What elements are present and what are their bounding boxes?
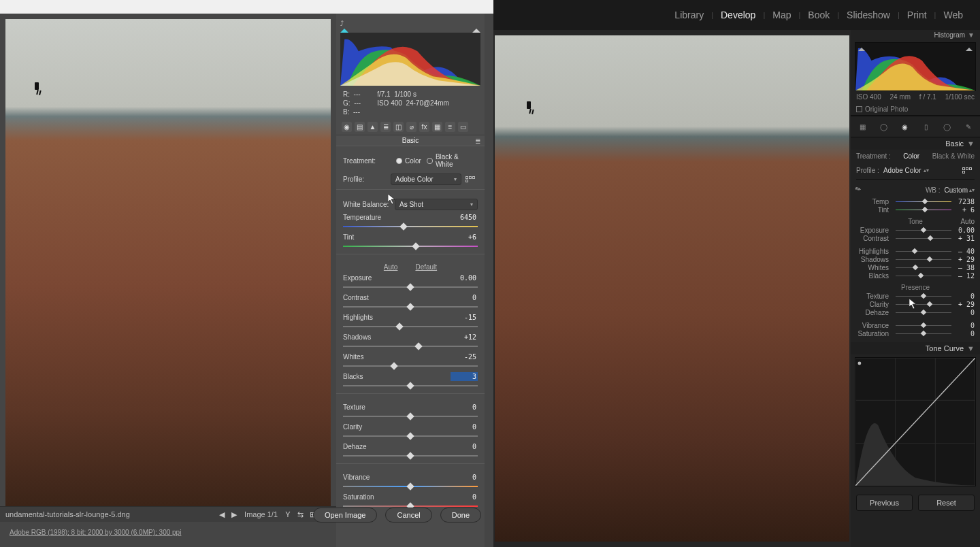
lr-tonecurve-header[interactable]: Tone Curve▼ xyxy=(851,342,980,354)
acr-before-after-icon[interactable]: Y xyxy=(283,510,293,519)
acr-exposure-slider[interactable] xyxy=(343,284,478,291)
acr-blacks-slider[interactable] xyxy=(343,382,478,389)
lr-whites-value[interactable]: – 38 xyxy=(954,264,975,271)
lr-highlight-clip-icon[interactable] xyxy=(966,44,973,51)
lr-treatment-color[interactable]: Color xyxy=(903,152,919,160)
acr-treatment-color[interactable]: Color xyxy=(396,157,421,165)
acr-auto-link[interactable]: Auto xyxy=(384,263,398,271)
lr-clarity-value[interactable]: + 29 xyxy=(954,301,975,308)
lr-tool-spot-icon[interactable]: ◯ xyxy=(877,120,889,133)
lr-treatment-bw[interactable]: Black & White xyxy=(932,152,975,160)
lr-module-slideshow[interactable]: Slideshow xyxy=(839,10,898,20)
lr-tool-redeye-icon[interactable]: ◉ xyxy=(898,120,911,133)
lr-module-develop[interactable]: Develop xyxy=(713,10,763,20)
acr-dehaze-slider[interactable] xyxy=(343,452,478,459)
acr-done-button[interactable]: Done xyxy=(440,508,481,523)
acr-preview-image[interactable] xyxy=(5,19,331,506)
acr-vibrance-slider[interactable] xyxy=(343,483,478,490)
acr-whites-value[interactable]: -25 xyxy=(451,352,478,361)
lr-tint-slider[interactable] xyxy=(896,208,951,213)
acr-clarity-value[interactable]: 0 xyxy=(451,422,478,431)
lr-original-photo-checkbox[interactable] xyxy=(856,106,862,112)
lr-previous-button[interactable]: Previous xyxy=(856,495,913,511)
acr-texture-slider[interactable] xyxy=(343,413,478,420)
lr-tool-brush-icon[interactable]: ✎ xyxy=(962,120,975,133)
acr-tab-snapshots-icon[interactable]: ▭ xyxy=(458,122,468,132)
acr-tab-curve-icon[interactable]: ▤ xyxy=(355,122,365,132)
lr-module-web[interactable]: Web xyxy=(936,10,970,20)
acr-exposure-value[interactable]: 0.00 xyxy=(451,274,478,282)
lr-profile-select[interactable]: Adobe Color▴▾ xyxy=(883,167,929,174)
acr-wb-select[interactable]: As Shot▾ xyxy=(395,199,478,210)
lr-blacks-slider[interactable] xyxy=(896,274,951,279)
acr-clarity-slider[interactable] xyxy=(343,433,478,440)
acr-treatment-bw[interactable]: Black & White xyxy=(427,153,478,168)
acr-texture-value[interactable]: 0 xyxy=(451,403,478,412)
lr-blacks-value[interactable]: – 12 xyxy=(954,272,975,280)
lr-dehaze-slider[interactable] xyxy=(896,310,951,316)
lr-shadows-value[interactable]: + 29 xyxy=(954,256,975,263)
lr-exposure-slider[interactable] xyxy=(896,228,951,233)
lr-vibrance-value[interactable]: 0 xyxy=(954,322,975,329)
lr-shadow-clip-icon[interactable] xyxy=(858,44,865,51)
lr-highlights-slider[interactable] xyxy=(896,249,951,254)
lr-highlights-value[interactable]: – 40 xyxy=(954,248,975,255)
acr-workflow-link[interactable]: Adobe RGB (1998); 8 bit; 2000 by 3000 (6… xyxy=(0,522,336,547)
lr-histogram[interactable] xyxy=(855,42,976,91)
lr-tool-radial-icon[interactable]: ◯ xyxy=(941,120,953,133)
lr-module-library[interactable]: Library xyxy=(667,10,711,20)
acr-temperature-value[interactable]: 6450 xyxy=(451,213,478,222)
acr-contrast-value[interactable]: 0 xyxy=(451,293,478,302)
lr-temp-value[interactable]: 7238 xyxy=(954,198,975,205)
acr-tab-calib-icon[interactable]: ▦ xyxy=(432,122,442,132)
lr-texture-slider[interactable] xyxy=(896,294,951,299)
acr-swap-icon[interactable]: ⇆ xyxy=(295,510,305,519)
lr-tint-value[interactable]: + 6 xyxy=(954,206,975,214)
acr-temperature-slider[interactable] xyxy=(343,223,478,230)
acr-tab-hsl-icon[interactable]: ≣ xyxy=(380,122,391,132)
acr-blacks-value[interactable]: 3 xyxy=(451,372,478,381)
lr-exposure-value[interactable]: 0.00 xyxy=(954,227,975,234)
acr-profile-select[interactable]: Adobe Color▾ xyxy=(391,173,461,185)
lr-loupe-image[interactable] xyxy=(495,35,849,542)
lr-clarity-slider[interactable] xyxy=(896,302,951,308)
lr-tone-auto-button[interactable]: Auto xyxy=(960,218,975,225)
lr-vibrance-slider[interactable] xyxy=(896,323,951,329)
lr-temp-slider[interactable] xyxy=(896,199,951,205)
lr-histogram-header[interactable]: Histogram▼ xyxy=(851,30,980,40)
acr-next-image-button[interactable]: ▶ xyxy=(229,510,239,519)
lr-contrast-value[interactable]: + 31 xyxy=(954,235,975,242)
acr-cancel-button[interactable]: Cancel xyxy=(385,508,431,523)
acr-tab-lens-icon[interactable]: ⌀ xyxy=(406,122,416,132)
lr-module-print[interactable]: Print xyxy=(900,10,934,20)
acr-tint-slider[interactable] xyxy=(343,243,478,250)
acr-open-image-button[interactable]: Open Image xyxy=(313,508,378,523)
acr-panel-menu-icon[interactable]: ≣ xyxy=(475,137,480,145)
lr-saturation-value[interactable]: 0 xyxy=(954,330,975,337)
acr-tint-value[interactable]: +6 xyxy=(451,233,478,242)
acr-histogram[interactable] xyxy=(340,33,480,86)
acr-highlights-slider[interactable] xyxy=(343,323,478,330)
acr-prev-image-button[interactable]: ◀ xyxy=(217,510,227,519)
acr-tab-presets-icon[interactable]: ≡ xyxy=(445,122,455,132)
lr-dehaze-value[interactable]: 0 xyxy=(954,309,975,316)
acr-shadows-value[interactable]: +12 xyxy=(451,333,478,342)
acr-vibrance-value[interactable]: 0 xyxy=(451,473,478,482)
acr-tab-basic-icon[interactable]: ◉ xyxy=(342,122,352,132)
lr-tool-crop-icon[interactable]: ▦ xyxy=(856,120,868,133)
lr-tool-gradient-icon[interactable]: ▯ xyxy=(920,120,932,133)
lr-contrast-slider[interactable] xyxy=(896,236,951,242)
lr-wb-select[interactable]: Custom▴▾ xyxy=(945,186,975,194)
acr-saturation-value[interactable]: 0 xyxy=(451,493,478,501)
acr-contrast-slider[interactable] xyxy=(343,303,478,310)
acr-highlights-value[interactable]: -15 xyxy=(451,313,478,322)
lr-whites-slider[interactable] xyxy=(896,265,951,271)
lr-wb-picker-icon[interactable]: ✎ xyxy=(854,183,866,197)
acr-tab-split-icon[interactable]: ◫ xyxy=(393,122,404,132)
acr-tab-detail-icon[interactable]: ▲ xyxy=(368,122,378,132)
lr-module-book[interactable]: Book xyxy=(800,10,837,20)
acr-tab-fx-icon[interactable]: fx xyxy=(419,122,429,132)
acr-shadow-clip-icon[interactable] xyxy=(340,24,348,33)
lr-reset-button[interactable]: Reset xyxy=(918,495,975,511)
acr-profile-browser-icon[interactable] xyxy=(466,175,478,184)
